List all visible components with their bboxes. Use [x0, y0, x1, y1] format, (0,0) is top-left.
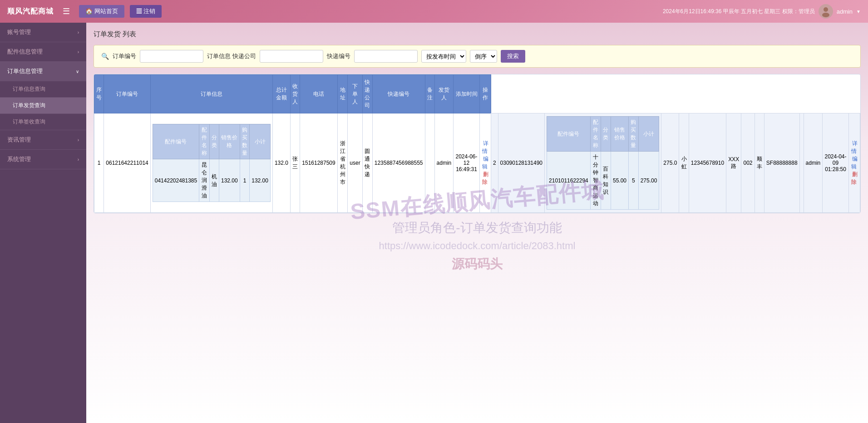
sidebar-item-orders[interactable]: 订单信息管理 ∨	[0, 62, 86, 81]
top-header: 顺风汽配商城 ☰ 🏠 网站首页 ☰ 注销 2024年6月12日16:49:36 …	[0, 0, 868, 23]
header-left: 顺风汽配商城 ☰ 🏠 网站首页 ☰ 注销	[7, 5, 162, 18]
data-table: 序号 订单编号 订单信息 总计金额 收货人 电话 地址 下单人 快递公司 快递编…	[94, 74, 861, 213]
col-add-time: 添加时间	[454, 75, 480, 113]
admin-dropdown-arrow[interactable]: ▼	[856, 9, 861, 14]
sidebar-sub-label-order-query: 订单信息查询	[13, 86, 45, 92]
delete-link[interactable]: 删除	[851, 171, 858, 185]
cell-phone: 15161287509	[300, 113, 337, 213]
datetime-label: 2024年6月12日16:49:36 甲辰年 五月初七 星期三 权限：管理员	[663, 8, 815, 15]
sidebar-sub-label-sign-query: 订单签收查询	[13, 118, 45, 125]
sidebar-sub-label-delivery-query: 订单发货查询	[13, 102, 45, 108]
cell-express-company: 顺丰	[755, 113, 764, 213]
sidebar-sub-sign-query[interactable]: 订单签收查询	[0, 114, 86, 130]
avatar	[819, 4, 833, 19]
sidebar-label-news: 资讯管理	[7, 136, 31, 144]
cell-receiver: 小虹	[679, 113, 689, 213]
menu-icon[interactable]: ☰	[59, 5, 74, 18]
cell-index: 1	[94, 113, 104, 213]
col-order-person: 下单人	[348, 75, 362, 113]
cell-add-time: 2024-06-12 16:49:31	[454, 113, 480, 213]
col-order-info: 订单信息	[150, 75, 272, 113]
col-index: 序号	[94, 75, 104, 113]
col-phone: 电话	[300, 75, 337, 113]
cell-remark	[425, 113, 434, 213]
sidebar: 账号管理 › 配件信息管理 › 订单信息管理 ∨ 订单信息查询 订单发货查询 订…	[0, 23, 86, 423]
cell-add-time: 2024-04-09 01:28:50	[823, 113, 849, 213]
col-express-no: 快递编号	[372, 75, 425, 113]
col-express-company: 快递公司	[362, 75, 372, 113]
cell-express-no: 1235887456988555	[372, 113, 425, 213]
orders-table: 序号 订单编号 订单信息 总计金额 收货人 电话 地址 下单人 快递公司 快递编…	[94, 74, 860, 213]
cell-order-no: 03090128131490	[498, 113, 544, 213]
col-remark: 备注	[425, 75, 434, 113]
sidebar-sub-delivery-query[interactable]: 订单发货查询	[0, 98, 86, 114]
sidebar-item-account[interactable]: 账号管理 ›	[0, 23, 86, 42]
cell-sender: admin	[804, 113, 823, 213]
cell-express-no: SF88888888	[764, 113, 799, 213]
detail-link[interactable]: 详情	[851, 140, 858, 154]
order-select[interactable]: 倒序	[470, 50, 497, 63]
inner-table: 配件编号 配件名称 分类 销售价格 购买数量 小计 2101011622294 …	[547, 116, 659, 210]
order-info-label: 订单信息 快递公司	[207, 52, 256, 60]
order-no-input[interactable]	[140, 50, 203, 63]
table-header-row: 序号 订单编号 订单信息 总计金额 收货人 电话 地址 下单人 快递公司 快递编…	[94, 75, 860, 113]
cell-actions: 详情 编辑 删除	[479, 113, 491, 213]
express-no-input[interactable]	[354, 50, 418, 63]
cell-remark	[799, 113, 804, 213]
sidebar-item-news[interactable]: 资讯管理 ›	[0, 130, 86, 150]
chevron-right-icon-2: ›	[78, 49, 79, 54]
order-info-input[interactable]	[260, 50, 323, 63]
col-address: 地址	[337, 75, 348, 113]
search-bar: 🔍 订单编号 订单信息 快递公司 快递编号 按发布时间 倒序 搜索	[94, 45, 861, 68]
cell-express-company: 圆通快递	[362, 113, 372, 213]
col-action: 操作	[479, 75, 491, 113]
sidebar-sub-order-query[interactable]: 订单信息查询	[0, 81, 86, 98]
cell-order-person: user	[348, 113, 362, 213]
sort-by-select[interactable]: 按发布时间	[421, 50, 466, 63]
main-layout: 账号管理 › 配件信息管理 › 订单信息管理 ∨ 订单信息查询 订单发货查询 订…	[0, 23, 868, 423]
col-total: 总计金额	[272, 75, 290, 113]
edit-link[interactable]: 编辑	[851, 156, 858, 170]
sidebar-label-parts: 配件信息管理	[7, 48, 43, 56]
chevron-down-icon: ∨	[76, 69, 79, 74]
cell-order-info: 配件编号 配件名称 分类 销售价格 购买数量 小计 04142202481385…	[150, 113, 272, 213]
cell-sender: admin	[434, 113, 454, 213]
content-area: 订单发货 列表 🔍 订单编号 订单信息 快递公司 快递编号 按发布时间 倒序 搜…	[86, 23, 868, 423]
col-order-no: 订单编号	[104, 75, 150, 113]
header-right: 2024年6月12日16:49:36 甲辰年 五月初七 星期三 权限：管理员 a…	[663, 4, 861, 19]
order-no-label: 订单编号	[113, 52, 136, 60]
sidebar-item-parts[interactable]: 配件信息管理 ›	[0, 42, 86, 62]
cell-receiver: 张三	[290, 113, 300, 213]
cell-order-no: 06121642211014	[104, 113, 150, 213]
cell-phone: 12345678910	[689, 113, 726, 213]
cell-address: XXX路	[726, 113, 741, 213]
sidebar-label-orders: 订单信息管理	[7, 67, 43, 75]
cell-address: 浙江省杭州市	[337, 113, 348, 213]
search-button[interactable]: 搜索	[501, 50, 525, 63]
detail-link[interactable]: 详情	[482, 140, 488, 154]
search-icon: 🔍	[101, 53, 109, 60]
inner-table: 配件编号 配件名称 分类 销售价格 购买数量 小计 04142202481385…	[153, 124, 271, 202]
chevron-right-icon-3: ›	[78, 138, 79, 143]
chevron-right-icon-4: ›	[78, 157, 79, 162]
cell-actions: 详情 编辑 删除	[848, 113, 860, 213]
svg-point-1	[824, 7, 828, 12]
chevron-right-icon: ›	[78, 30, 79, 35]
sidebar-item-system[interactable]: 系统管理 ›	[0, 150, 86, 169]
home-button[interactable]: 🏠 网站首页	[79, 5, 124, 18]
delete-link[interactable]: 删除	[482, 171, 488, 185]
cell-total: 275.0	[661, 113, 679, 213]
logout-button[interactable]: ☰ 注销	[130, 5, 162, 18]
sidebar-label-system: 系统管理	[7, 155, 31, 163]
cell-order-person: 002	[741, 113, 755, 213]
cell-order-info: 配件编号 配件名称 分类 销售价格 购买数量 小计 2101011622294 …	[545, 113, 661, 213]
col-receiver: 收货人	[290, 75, 300, 113]
col-sender: 发货人	[434, 75, 454, 113]
page-title: 订单发货 列表	[94, 30, 861, 39]
edit-link[interactable]: 编辑	[482, 156, 488, 170]
svg-point-2	[822, 13, 829, 17]
brand-name: 顺风汽配商城	[7, 7, 54, 16]
cell-index: 2	[491, 113, 498, 213]
cell-total: 132.0	[272, 113, 290, 213]
admin-label: admin	[837, 8, 853, 15]
